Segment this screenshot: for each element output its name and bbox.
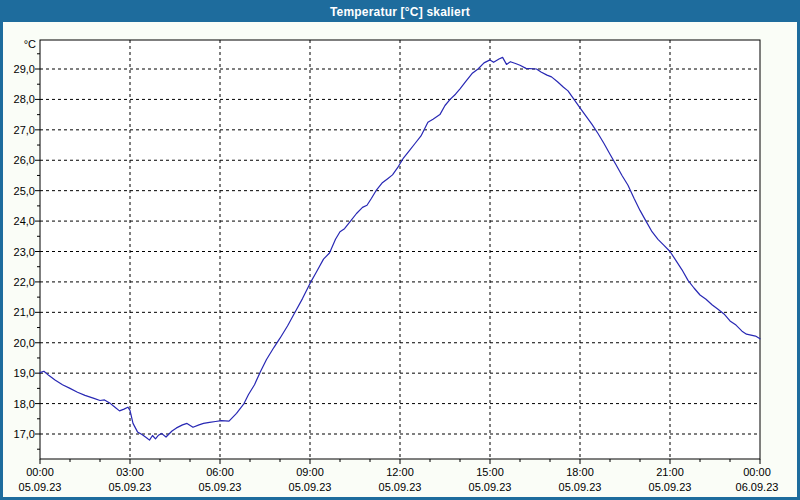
x-tick-time-label: 09:00	[296, 466, 324, 478]
x-tick-date-label: 05.09.23	[289, 481, 332, 493]
app-window: Temperatur [°C] skaliert 29,028,027,026,…	[0, 0, 800, 500]
y-tick-label: 24,0	[14, 215, 35, 227]
x-tick-date-label: 05.09.23	[379, 481, 422, 493]
x-tick-time-label: 12:00	[386, 466, 414, 478]
y-tick-label: 20,0	[14, 337, 35, 349]
x-tick-date-label: 05.09.23	[199, 481, 242, 493]
x-tick-date-label: 05.09.23	[649, 481, 692, 493]
y-tick-label: 23,0	[14, 246, 35, 258]
y-axis-unit-label: °C	[24, 38, 36, 50]
x-tick-date-label: 05.09.23	[19, 481, 62, 493]
x-tick-time-label: 06:00	[206, 466, 234, 478]
x-tick-date-label: 05.09.23	[109, 481, 152, 493]
y-tick-label: 29,0	[14, 63, 35, 75]
x-tick-date-label: 05.09.23	[559, 481, 602, 493]
y-tick-label: 26,0	[14, 154, 35, 166]
x-tick-time-label: 18:00	[566, 466, 594, 478]
y-tick-label: 28,0	[14, 93, 35, 105]
x-tick-time-label: 15:00	[476, 466, 504, 478]
x-tick-time-label: 03:00	[116, 466, 144, 478]
y-tick-label: 25,0	[14, 185, 35, 197]
x-tick-time-label: 21:00	[656, 466, 684, 478]
y-tick-label: 22,0	[14, 276, 35, 288]
y-tick-label: 27,0	[14, 124, 35, 136]
y-tick-label: 17,0	[14, 428, 35, 440]
y-tick-label: 19,0	[14, 367, 35, 379]
y-tick-label: 18,0	[14, 398, 35, 410]
temperature-chart: 29,028,027,026,025,024,023,022,021,020,0…	[0, 0, 800, 500]
x-tick-date-label: 06.09.23	[736, 481, 779, 493]
x-tick-time-label: 00:00	[26, 466, 54, 478]
x-tick-date-label: 05.09.23	[469, 481, 512, 493]
x-tick-time-label: 00:00	[743, 466, 771, 478]
y-tick-label: 21,0	[14, 306, 35, 318]
